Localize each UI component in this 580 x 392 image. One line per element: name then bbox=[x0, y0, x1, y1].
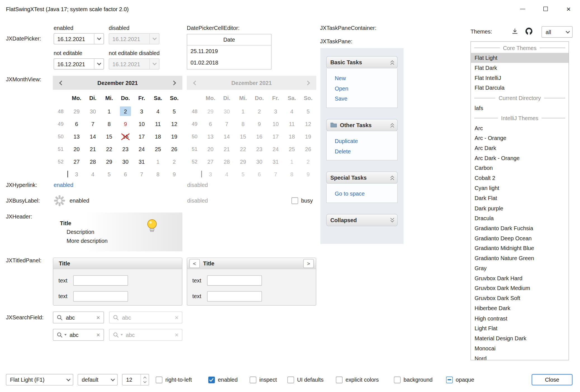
theme-item-hiberbee-dark[interactable]: Hiberbee Dark bbox=[471, 303, 569, 313]
datepicker-dropdown-button[interactable] bbox=[94, 59, 103, 69]
day-cell[interactable]: 14 bbox=[85, 130, 101, 143]
theme-item-gradianto-dark-fuchsia[interactable]: Gradianto Dark Fuchsia bbox=[471, 223, 569, 233]
day-cell[interactable]: 1 bbox=[150, 155, 166, 168]
day-cell[interactable]: 24 bbox=[133, 143, 150, 155]
theme-item-flat-dark[interactable]: Flat Dark bbox=[471, 63, 569, 73]
day-cell[interactable]: 28 bbox=[85, 155, 101, 168]
taskpane-link-duplicate[interactable]: Duplicate bbox=[335, 136, 394, 146]
theme-item-gradianto-deep-ocean[interactable]: Gradianto Deep Ocean bbox=[471, 233, 569, 243]
titledpanel-left-button[interactable]: < bbox=[189, 259, 200, 268]
theme-item-flat-intellij[interactable]: Flat IntelliJ bbox=[471, 73, 569, 83]
theme-item-dracula[interactable]: Dracula bbox=[471, 213, 569, 223]
hyperlink-enabled[interactable]: enabled bbox=[54, 182, 74, 188]
theme-item-gruvbox-dark-hard[interactable]: Gruvbox Dark Hard bbox=[471, 273, 569, 283]
day-cell[interactable]: 2 bbox=[166, 155, 182, 168]
day-cell[interactable]: 19 bbox=[166, 130, 182, 143]
day-cell[interactable]: 25 bbox=[150, 143, 166, 155]
taskpane-link-open[interactable]: Open bbox=[335, 83, 394, 93]
titlebar[interactable]: FlatSwingXTest (Java 17; system scale fa… bbox=[0, 0, 580, 18]
theme-item-arc[interactable]: Arc bbox=[471, 123, 569, 133]
day-cell[interactable]: 6 bbox=[69, 118, 85, 130]
table-row[interactable]: 25.11.2019 bbox=[187, 46, 271, 57]
close-button[interactable]: Close bbox=[532, 374, 573, 386]
theme-item-material-design-dark[interactable]: Material Design Dark bbox=[471, 333, 569, 343]
taskpane-header[interactable]: Special Tasks bbox=[326, 172, 398, 184]
checkbox-busy[interactable]: busy bbox=[291, 195, 313, 206]
datepicker-enabled[interactable]: 16.12.2021 bbox=[54, 33, 104, 44]
minimize-button[interactable] bbox=[511, 0, 534, 18]
searchfield-enabled[interactable]: abc ✕ bbox=[53, 312, 104, 323]
theme-item-high-contrast[interactable]: High contrast bbox=[471, 313, 569, 323]
checkbox-box[interactable] bbox=[394, 376, 401, 383]
day-cell[interactable]: 30 bbox=[85, 105, 101, 118]
close-window-button[interactable]: ✕ bbox=[557, 0, 580, 18]
text-input[interactable] bbox=[73, 275, 128, 286]
day-cell[interactable]: 31 bbox=[133, 155, 150, 168]
theme-item-arc-orange[interactable]: Arc - Orange bbox=[471, 133, 569, 143]
day-cell[interactable]: 8 bbox=[150, 168, 166, 180]
theme-item-monocai[interactable]: Monocai bbox=[471, 343, 569, 353]
theme-item-arc-dark[interactable]: Arc Dark bbox=[471, 143, 569, 153]
themes-filter-combo[interactable]: all bbox=[541, 26, 572, 38]
day-cell[interactable]: 15 bbox=[101, 130, 117, 143]
day-cell[interactable]: 16 bbox=[117, 130, 133, 143]
checkbox-box[interactable] bbox=[291, 197, 298, 204]
datepicker-value[interactable]: 16.12.2021 bbox=[54, 36, 94, 42]
themes-list[interactable]: Core ThemesFlat LightFlat DarkFlat Intel… bbox=[470, 41, 569, 360]
day-cell[interactable]: 21 bbox=[85, 143, 101, 155]
datepicker-value[interactable]: 16.12.2021 bbox=[54, 61, 94, 67]
search-value[interactable]: abc bbox=[70, 332, 93, 338]
datepicker-not-editable[interactable]: 16.12.2021 bbox=[54, 58, 104, 70]
day-cell[interactable]: 10 bbox=[133, 118, 150, 130]
taskpane-link-go-to-space[interactable]: Go to space bbox=[335, 189, 394, 199]
day-cell[interactable]: 22 bbox=[101, 143, 117, 155]
day-cell[interactable]: 12 bbox=[166, 118, 182, 130]
day-cell[interactable]: 4 bbox=[85, 168, 101, 180]
theme-item-flat-darcula[interactable]: Flat Darcula bbox=[471, 83, 569, 93]
day-cell[interactable]: 26 bbox=[166, 143, 182, 155]
checkbox-box[interactable] bbox=[336, 376, 343, 383]
date-cell-editor-table[interactable]: Date 25.11.201901.02.2018 bbox=[187, 34, 272, 70]
table-column-header[interactable]: Date bbox=[187, 34, 271, 46]
day-cell[interactable]: 9 bbox=[117, 118, 133, 130]
clear-icon[interactable]: ✕ bbox=[96, 315, 100, 320]
day-cell[interactable]: 9 bbox=[166, 168, 182, 180]
taskpane-link-new[interactable]: New bbox=[335, 73, 394, 83]
monthview-enabled[interactable]: Dezember 2021Mo.Di.Mi.Do.Fr.Sa.So.482930… bbox=[53, 76, 182, 180]
checkbox-box[interactable] bbox=[446, 376, 453, 383]
text-input[interactable] bbox=[73, 291, 128, 301]
day-cell[interactable]: 29 bbox=[69, 105, 85, 118]
checkbox-box[interactable] bbox=[287, 376, 294, 383]
day-cell[interactable]: 4 bbox=[150, 105, 166, 118]
day-cell[interactable]: 18 bbox=[150, 130, 166, 143]
day-cell[interactable]: 5 bbox=[166, 105, 182, 118]
maximize-button[interactable] bbox=[534, 0, 557, 18]
day-cell[interactable]: 17 bbox=[133, 130, 150, 143]
table-row[interactable]: 01.02.2018 bbox=[187, 57, 271, 68]
checkbox-ui-defaults[interactable]: UI defaults bbox=[287, 374, 324, 386]
theme-item-arc-dark-orange[interactable]: Arc Dark - Orange bbox=[471, 153, 569, 163]
day-cell[interactable]: 11 bbox=[150, 118, 166, 130]
theme-item-light-flat[interactable]: Light Flat bbox=[471, 323, 569, 333]
day-cell[interactable]: 29 bbox=[101, 155, 117, 168]
theme-item-gradianto-nature-green[interactable]: Gradianto Nature Green bbox=[471, 253, 569, 263]
checkbox-right-to-left[interactable]: right-to-left bbox=[156, 374, 192, 386]
theme-item-cobalt-2[interactable]: Cobalt 2 bbox=[471, 173, 569, 183]
search-menu-arrow-icon[interactable] bbox=[64, 334, 67, 336]
theme-item-cyan-light[interactable]: Cyan light bbox=[471, 183, 569, 193]
github-button[interactable] bbox=[524, 26, 534, 36]
theme-item-gray[interactable]: Gray bbox=[471, 263, 569, 273]
datepicker-dropdown-button[interactable] bbox=[94, 34, 103, 44]
theme-item-nord[interactable]: Nord bbox=[471, 353, 569, 360]
text-input[interactable] bbox=[207, 291, 262, 301]
checkbox-inspect[interactable]: inspect bbox=[250, 374, 277, 386]
next-month-button[interactable] bbox=[169, 78, 179, 88]
previous-month-button[interactable] bbox=[56, 78, 66, 88]
day-cell[interactable]: 5 bbox=[101, 168, 117, 180]
day-cell[interactable]: 20 bbox=[69, 143, 85, 155]
day-cell[interactable]: 3 bbox=[133, 105, 150, 118]
theme-item-gradianto-midnight-blue[interactable]: Gradianto Midnight Blue bbox=[471, 243, 569, 253]
searchfield-with-menu-enabled[interactable]: abc ✕ bbox=[53, 329, 104, 341]
day-cell[interactable]: 2 bbox=[117, 105, 133, 118]
search-value[interactable]: abc bbox=[66, 314, 93, 320]
